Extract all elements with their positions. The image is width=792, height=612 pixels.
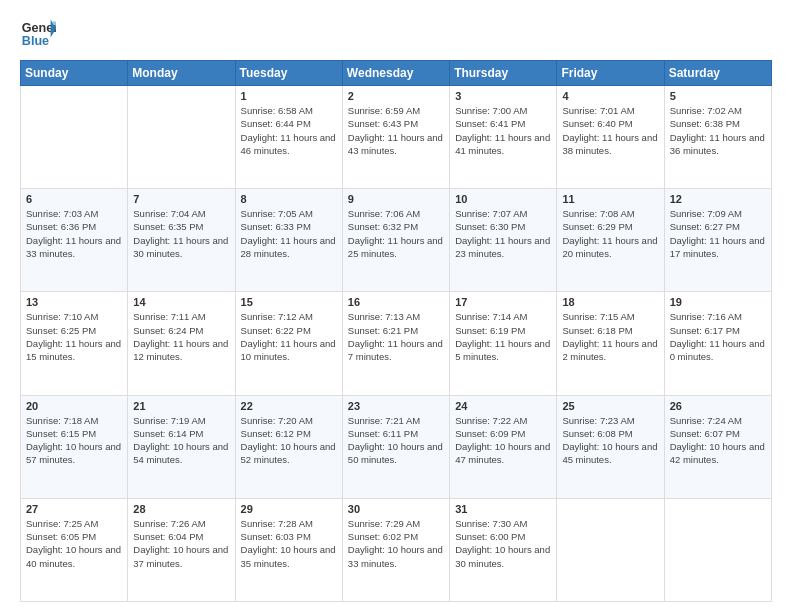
- day-number: 28: [133, 503, 229, 515]
- day-number: 27: [26, 503, 122, 515]
- calendar-cell: 14Sunrise: 7:11 AMSunset: 6:24 PMDayligh…: [128, 292, 235, 395]
- day-number: 18: [562, 296, 658, 308]
- calendar-cell: 30Sunrise: 7:29 AMSunset: 6:02 PMDayligh…: [342, 498, 449, 601]
- calendar-cell: 29Sunrise: 7:28 AMSunset: 6:03 PMDayligh…: [235, 498, 342, 601]
- weekday-header-monday: Monday: [128, 61, 235, 86]
- day-info: Sunrise: 7:03 AMSunset: 6:36 PMDaylight:…: [26, 207, 122, 260]
- calendar-cell: 2Sunrise: 6:59 AMSunset: 6:43 PMDaylight…: [342, 86, 449, 189]
- weekday-header-sunday: Sunday: [21, 61, 128, 86]
- day-info: Sunrise: 7:11 AMSunset: 6:24 PMDaylight:…: [133, 310, 229, 363]
- svg-text:Blue: Blue: [22, 34, 49, 48]
- calendar-cell: 28Sunrise: 7:26 AMSunset: 6:04 PMDayligh…: [128, 498, 235, 601]
- day-number: 13: [26, 296, 122, 308]
- calendar-cell: [128, 86, 235, 189]
- day-info: Sunrise: 7:21 AMSunset: 6:11 PMDaylight:…: [348, 414, 444, 467]
- day-number: 20: [26, 400, 122, 412]
- day-number: 5: [670, 90, 766, 102]
- day-info: Sunrise: 7:14 AMSunset: 6:19 PMDaylight:…: [455, 310, 551, 363]
- page: General Blue SundayMondayTuesdayWednesda…: [0, 0, 792, 612]
- day-info: Sunrise: 7:15 AMSunset: 6:18 PMDaylight:…: [562, 310, 658, 363]
- day-number: 15: [241, 296, 337, 308]
- day-info: Sunrise: 7:05 AMSunset: 6:33 PMDaylight:…: [241, 207, 337, 260]
- day-info: Sunrise: 7:20 AMSunset: 6:12 PMDaylight:…: [241, 414, 337, 467]
- day-info: Sunrise: 7:10 AMSunset: 6:25 PMDaylight:…: [26, 310, 122, 363]
- calendar-cell: 23Sunrise: 7:21 AMSunset: 6:11 PMDayligh…: [342, 395, 449, 498]
- calendar-cell: 16Sunrise: 7:13 AMSunset: 6:21 PMDayligh…: [342, 292, 449, 395]
- calendar-cell: 24Sunrise: 7:22 AMSunset: 6:09 PMDayligh…: [450, 395, 557, 498]
- day-number: 2: [348, 90, 444, 102]
- day-info: Sunrise: 7:13 AMSunset: 6:21 PMDaylight:…: [348, 310, 444, 363]
- day-number: 6: [26, 193, 122, 205]
- day-info: Sunrise: 7:29 AMSunset: 6:02 PMDaylight:…: [348, 517, 444, 570]
- day-number: 9: [348, 193, 444, 205]
- day-info: Sunrise: 7:04 AMSunset: 6:35 PMDaylight:…: [133, 207, 229, 260]
- calendar-cell: 12Sunrise: 7:09 AMSunset: 6:27 PMDayligh…: [664, 189, 771, 292]
- day-number: 29: [241, 503, 337, 515]
- week-row-3: 13Sunrise: 7:10 AMSunset: 6:25 PMDayligh…: [21, 292, 772, 395]
- day-number: 25: [562, 400, 658, 412]
- day-number: 22: [241, 400, 337, 412]
- day-number: 10: [455, 193, 551, 205]
- day-number: 1: [241, 90, 337, 102]
- day-info: Sunrise: 7:09 AMSunset: 6:27 PMDaylight:…: [670, 207, 766, 260]
- calendar-cell: 31Sunrise: 7:30 AMSunset: 6:00 PMDayligh…: [450, 498, 557, 601]
- day-info: Sunrise: 7:28 AMSunset: 6:03 PMDaylight:…: [241, 517, 337, 570]
- logo-icon: General Blue: [20, 16, 56, 52]
- day-number: 11: [562, 193, 658, 205]
- day-info: Sunrise: 7:25 AMSunset: 6:05 PMDaylight:…: [26, 517, 122, 570]
- calendar-cell: 21Sunrise: 7:19 AMSunset: 6:14 PMDayligh…: [128, 395, 235, 498]
- day-number: 23: [348, 400, 444, 412]
- week-row-1: 1Sunrise: 6:58 AMSunset: 6:44 PMDaylight…: [21, 86, 772, 189]
- day-info: Sunrise: 7:02 AMSunset: 6:38 PMDaylight:…: [670, 104, 766, 157]
- day-number: 16: [348, 296, 444, 308]
- calendar-cell: 4Sunrise: 7:01 AMSunset: 6:40 PMDaylight…: [557, 86, 664, 189]
- calendar-cell: 22Sunrise: 7:20 AMSunset: 6:12 PMDayligh…: [235, 395, 342, 498]
- day-number: 8: [241, 193, 337, 205]
- calendar-cell: [664, 498, 771, 601]
- calendar-cell: 1Sunrise: 6:58 AMSunset: 6:44 PMDaylight…: [235, 86, 342, 189]
- calendar-cell: 9Sunrise: 7:06 AMSunset: 6:32 PMDaylight…: [342, 189, 449, 292]
- calendar-cell: 27Sunrise: 7:25 AMSunset: 6:05 PMDayligh…: [21, 498, 128, 601]
- calendar-cell: 18Sunrise: 7:15 AMSunset: 6:18 PMDayligh…: [557, 292, 664, 395]
- calendar-cell: 26Sunrise: 7:24 AMSunset: 6:07 PMDayligh…: [664, 395, 771, 498]
- weekday-header-friday: Friday: [557, 61, 664, 86]
- day-info: Sunrise: 7:19 AMSunset: 6:14 PMDaylight:…: [133, 414, 229, 467]
- day-number: 4: [562, 90, 658, 102]
- day-info: Sunrise: 7:26 AMSunset: 6:04 PMDaylight:…: [133, 517, 229, 570]
- day-number: 24: [455, 400, 551, 412]
- weekday-header-row: SundayMondayTuesdayWednesdayThursdayFrid…: [21, 61, 772, 86]
- day-info: Sunrise: 7:22 AMSunset: 6:09 PMDaylight:…: [455, 414, 551, 467]
- calendar-cell: [21, 86, 128, 189]
- day-info: Sunrise: 7:30 AMSunset: 6:00 PMDaylight:…: [455, 517, 551, 570]
- calendar-cell: 25Sunrise: 7:23 AMSunset: 6:08 PMDayligh…: [557, 395, 664, 498]
- day-number: 31: [455, 503, 551, 515]
- calendar-cell: 10Sunrise: 7:07 AMSunset: 6:30 PMDayligh…: [450, 189, 557, 292]
- day-info: Sunrise: 7:08 AMSunset: 6:29 PMDaylight:…: [562, 207, 658, 260]
- day-number: 3: [455, 90, 551, 102]
- calendar-cell: 19Sunrise: 7:16 AMSunset: 6:17 PMDayligh…: [664, 292, 771, 395]
- day-info: Sunrise: 7:24 AMSunset: 6:07 PMDaylight:…: [670, 414, 766, 467]
- day-info: Sunrise: 6:58 AMSunset: 6:44 PMDaylight:…: [241, 104, 337, 157]
- day-info: Sunrise: 7:01 AMSunset: 6:40 PMDaylight:…: [562, 104, 658, 157]
- calendar-cell: 8Sunrise: 7:05 AMSunset: 6:33 PMDaylight…: [235, 189, 342, 292]
- calendar-cell: 11Sunrise: 7:08 AMSunset: 6:29 PMDayligh…: [557, 189, 664, 292]
- header: General Blue: [20, 16, 772, 52]
- day-number: 12: [670, 193, 766, 205]
- calendar-cell: 3Sunrise: 7:00 AMSunset: 6:41 PMDaylight…: [450, 86, 557, 189]
- day-info: Sunrise: 7:16 AMSunset: 6:17 PMDaylight:…: [670, 310, 766, 363]
- day-number: 26: [670, 400, 766, 412]
- day-info: Sunrise: 7:00 AMSunset: 6:41 PMDaylight:…: [455, 104, 551, 157]
- week-row-4: 20Sunrise: 7:18 AMSunset: 6:15 PMDayligh…: [21, 395, 772, 498]
- weekday-header-tuesday: Tuesday: [235, 61, 342, 86]
- day-info: Sunrise: 7:07 AMSunset: 6:30 PMDaylight:…: [455, 207, 551, 260]
- calendar-cell: [557, 498, 664, 601]
- day-info: Sunrise: 7:06 AMSunset: 6:32 PMDaylight:…: [348, 207, 444, 260]
- week-row-5: 27Sunrise: 7:25 AMSunset: 6:05 PMDayligh…: [21, 498, 772, 601]
- week-row-2: 6Sunrise: 7:03 AMSunset: 6:36 PMDaylight…: [21, 189, 772, 292]
- weekday-header-wednesday: Wednesday: [342, 61, 449, 86]
- calendar-cell: 15Sunrise: 7:12 AMSunset: 6:22 PMDayligh…: [235, 292, 342, 395]
- day-number: 19: [670, 296, 766, 308]
- calendar-cell: 7Sunrise: 7:04 AMSunset: 6:35 PMDaylight…: [128, 189, 235, 292]
- day-number: 7: [133, 193, 229, 205]
- day-number: 21: [133, 400, 229, 412]
